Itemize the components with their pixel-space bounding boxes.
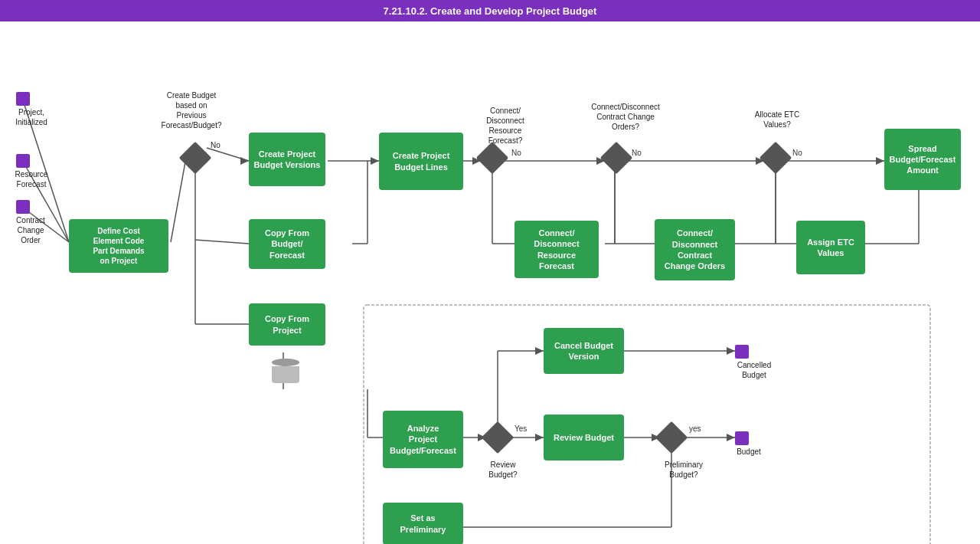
cylinder-icon (272, 359, 299, 383)
svg-marker-46 (240, 157, 249, 165)
review-budget-box[interactable]: Review Budget (544, 415, 624, 460)
resource-forecast-label: ResourceForecast (5, 169, 58, 189)
connect-contract-box[interactable]: Connect/DisconnectContractChange Orders (655, 219, 735, 280)
create-budget-lines-box[interactable]: Create ProjectBudget Lines (379, 133, 463, 190)
question-preliminary-label: PreliminaryBudget? (649, 460, 718, 480)
create-budget-versions-box[interactable]: Create ProjectBudget Versions (249, 133, 325, 186)
question-connect-contract-label: Connect/DisconnectContract ChangeOrders? (576, 102, 675, 132)
spread-budget-box[interactable]: SpreadBudget/ForecastAmount (884, 129, 961, 190)
svg-line-3 (171, 158, 186, 242)
question-allocate-etc-label: Allocate ETCValues? (739, 110, 815, 129)
diamond-review-budget (482, 421, 514, 454)
diamond-preliminary (655, 421, 688, 454)
contract-change-order-label: ContractChangeOrder (0, 215, 61, 245)
define-cost-box[interactable]: Define CostElement CodePart Demandson Pr… (69, 219, 168, 273)
svg-text:yes: yes (689, 424, 701, 433)
svg-text:No: No (792, 149, 802, 157)
diagram-canvas: No No No Yes yes (0, 21, 980, 544)
svg-line-6 (195, 240, 249, 244)
svg-marker-57 (727, 347, 735, 355)
cancel-budget-version-box[interactable]: Cancel BudgetVersion (544, 328, 624, 374)
analyze-project-box[interactable]: AnalyzeProjectBudget/Forecast (383, 411, 463, 468)
connect-resource-box[interactable]: Connect/DisconnectResourceForecast (514, 221, 599, 278)
copy-from-budget-box[interactable]: Copy FromBudget/Forecast (249, 219, 325, 269)
budget-label: Budget (726, 447, 772, 457)
question-review-budget-label: ReviewBudget? (472, 460, 534, 480)
assign-etc-box[interactable]: Assign ETCValues (796, 221, 865, 274)
copy-from-project-box[interactable]: Copy FromProject (249, 303, 325, 346)
diamond-create-budget (179, 142, 211, 174)
cancelled-budget-node (735, 345, 749, 359)
project-initialized-node (16, 92, 30, 106)
svg-marker-53 (535, 434, 544, 441)
svg-marker-51 (876, 157, 884, 165)
svg-marker-47 (371, 157, 379, 165)
svg-text:No: No (632, 149, 642, 157)
contract-change-order-node (16, 200, 30, 214)
no-label-1: No (211, 140, 220, 150)
diamond-connect-resource (476, 142, 508, 174)
page-header: 7.21.10.2. Create and Develop Project Bu… (0, 0, 980, 21)
svg-marker-56 (727, 434, 735, 441)
set-preliminary-box[interactable]: Set asPreliminary (383, 503, 463, 544)
budget-node (735, 431, 749, 445)
svg-text:No: No (511, 149, 521, 157)
diamond-allocate-etc (760, 142, 792, 174)
resource-forecast-node (16, 154, 30, 168)
project-initialized-label: Project, Initialized (5, 107, 58, 127)
question-connect-resource-label: Connect/DisconnectResourceForecast? (467, 106, 544, 146)
header-title: 7.21.10.2. Create and Develop Project Bu… (384, 5, 597, 17)
svg-text:Yes: Yes (514, 424, 527, 433)
cancelled-budget-label: CancelledBudget (724, 360, 785, 380)
svg-marker-54 (535, 347, 544, 355)
diamond-connect-contract (600, 142, 632, 174)
question-create-budget-label: Create Budgetbased onPreviousForecast/Bu… (142, 90, 241, 130)
